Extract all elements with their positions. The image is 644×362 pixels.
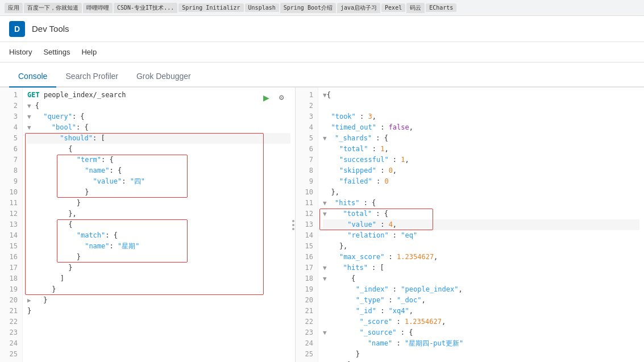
r-line-11: ▼ "hits" : { [323, 198, 639, 209]
code-line-10: } [27, 187, 290, 198]
code-line-11: } [27, 198, 290, 209]
browser-tab-spring-init[interactable]: Spring Initializr [178, 3, 243, 12]
app-title: Dev Tools [32, 24, 69, 34]
r-line-4: "timed_out" : false, [323, 122, 639, 133]
browser-tab-echarts[interactable]: ECharts [426, 3, 456, 12]
browser-tab-baidu[interactable]: 百度一下，你就知道 [24, 3, 82, 13]
tab-grok-debugger[interactable]: Grok Debugger [127, 66, 200, 88]
tab-console[interactable]: Console [9, 66, 56, 88]
editor-container: 12345 678910 1112131415 1617181920 21222… [0, 88, 644, 362]
r-line-14: "relation" : "eq" [323, 230, 639, 241]
r-line-7: "successful" : 1, [323, 155, 639, 165]
run-icon[interactable]: ▶ [263, 92, 275, 103]
code-line-14: "match": { [27, 230, 290, 241]
left-code-content[interactable]: GET people_index/_search ▼ { ▼ "query": … [23, 88, 295, 362]
code-line-20: ▶ } [27, 295, 290, 306]
right-code-area: 12345 678910 1112131415 1617181920 21222… [296, 88, 644, 362]
code-line-15: "name": "星期" [27, 241, 290, 252]
code-line-23 [27, 327, 290, 338]
code-line-19: } [27, 284, 290, 295]
code-line-13: { [27, 219, 290, 230]
code-line-25 [27, 349, 290, 360]
r-line-20: "_type" : "_doc", [323, 295, 639, 306]
browser-tab-bar: 应用 百度一下，你就知道 哔哩哔哩 CSDN-专业IT技术... Spring … [0, 0, 644, 16]
r-line-16: "max_score" : 1.2354627, [323, 252, 639, 263]
r-line-23: ▼ "_source" : { [323, 327, 639, 338]
r-line-1: ▼{ [323, 90, 639, 101]
tab-bar: Console Search Profiler Grok Debugger [0, 63, 644, 88]
code-line-24 [27, 338, 290, 349]
browser-tabs: 应用 百度一下，你就知道 哔哩哔哩 CSDN-专业IT技术... Spring … [5, 3, 456, 13]
browser-tab-java[interactable]: java启动子习 [337, 3, 380, 13]
r-line-19: "_index" : "people_index", [323, 284, 639, 295]
left-code-area: 12345 678910 1112131415 1617181920 21222… [0, 88, 295, 362]
code-line-16: } [27, 252, 290, 263]
menu-history[interactable]: History [9, 45, 32, 59]
left-line-numbers: 12345 678910 1112131415 1617181920 21222… [0, 88, 23, 362]
r-line-25: } [323, 349, 639, 360]
browser-tab-apps[interactable]: 应用 [5, 3, 23, 13]
code-line-21: } [27, 306, 290, 317]
right-line-numbers: 12345 678910 1112131415 1617181920 21222… [296, 88, 318, 362]
menu-bar: History Settings Help [0, 42, 644, 63]
r-line-6: "total" : 1, [323, 144, 639, 155]
code-line-12: }, [27, 209, 290, 219]
code-line-1: GET people_index/_search [27, 90, 290, 101]
r-line-26: }, [323, 360, 639, 362]
right-panel: 12345 678910 1112131415 1617181920 21222… [296, 88, 644, 362]
tab-search-profiler[interactable]: Search Profiler [56, 66, 127, 88]
title-bar: D Dev Tools [0, 16, 644, 42]
code-line-17: } [27, 263, 290, 273]
browser-tab-bili[interactable]: 哔哩哔哩 [83, 3, 113, 13]
r-line-5: ▼ "_shards" : { [323, 133, 639, 144]
r-line-21: "_id" : "xq4", [323, 306, 639, 317]
right-code-content: ▼{ "took" : 3, "timed_out" : false, ▼ "_… [318, 88, 644, 362]
browser-tab-csdn[interactable]: CSDN-专业IT技术... [114, 3, 177, 13]
r-line-13: "value" : 4, [323, 219, 639, 230]
r-line-9: "failed" : 0 [323, 176, 639, 187]
code-line-22 [27, 317, 290, 327]
browser-tab-unsplash[interactable]: Unsplash [245, 3, 279, 12]
left-panel: 12345 678910 1112131415 1617181920 21222… [0, 88, 296, 362]
code-line-7: "term": { [27, 155, 290, 165]
code-line-4: ▼ "bool": { [27, 122, 290, 133]
r-line-24: "name" : "星期四-put更新" [323, 338, 639, 349]
r-line-12: ▼ "total" : { [323, 209, 639, 219]
r-line-2 [323, 101, 639, 111]
browser-tab-pexel[interactable]: Pexel [381, 3, 405, 12]
menu-settings[interactable]: Settings [43, 45, 70, 59]
r-line-10: }, [323, 187, 639, 198]
browser-tab-mcloud[interactable]: 码云 [406, 3, 425, 13]
browser-tab-springboot[interactable]: Spring Boot介绍 [280, 3, 336, 13]
r-line-8: "skipped" : 0, [323, 165, 639, 176]
menu-help[interactable]: Help [81, 45, 97, 59]
code-line-5: "should": [ [27, 133, 290, 144]
code-line-6: { [27, 144, 290, 155]
r-line-3: "took" : 3, [323, 111, 639, 122]
code-line-2: ▼ { [27, 101, 290, 111]
r-line-15: }, [323, 241, 639, 252]
code-line-8: "name": { [27, 165, 290, 176]
app-icon: D [9, 21, 25, 37]
settings-icon[interactable]: ⚙ [279, 92, 290, 103]
code-line-3: ▼ "query": { [27, 111, 290, 122]
toolbar-icons: ▶ ⚙ [263, 92, 290, 103]
r-line-18: ▼ { [323, 273, 639, 284]
r-line-22: "_score" : 1.2354627, [323, 317, 639, 327]
code-line-18: ] [27, 273, 290, 284]
r-line-17: ▼ "hits" : [ [323, 263, 639, 273]
code-line-9: "value": "四" [27, 176, 290, 187]
